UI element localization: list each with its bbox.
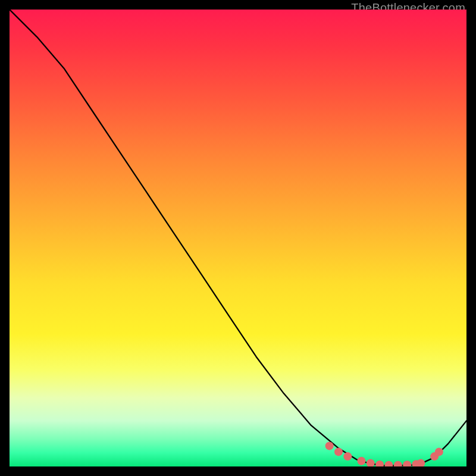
highlight-dot	[325, 441, 334, 450]
chart-stage: TheBottlenecker.com	[0, 0, 476, 476]
highlight-dot	[367, 459, 375, 466]
bottleneck-curve	[10, 10, 466, 466]
highlight-dot	[416, 459, 425, 466]
highlight-dot	[334, 447, 343, 456]
highlight-dot	[394, 461, 402, 466]
highlight-dot	[403, 461, 411, 466]
chart-svg	[10, 10, 466, 466]
highlight-dot	[435, 447, 443, 456]
highlight-dot	[375, 461, 384, 466]
highlight-dot	[343, 452, 352, 461]
highlight-dot	[357, 457, 365, 465]
plot-area	[10, 10, 466, 466]
highlight-dot	[384, 461, 393, 466]
